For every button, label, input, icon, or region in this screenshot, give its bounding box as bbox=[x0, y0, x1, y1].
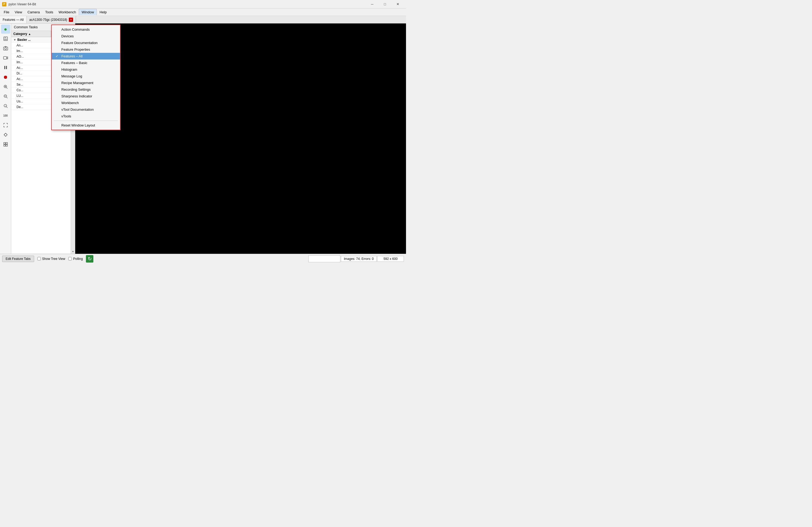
bottombar: Edit Feature Tabs Show Tree View Polling… bbox=[0, 254, 406, 264]
dd-features-all[interactable]: Features – All bbox=[52, 53, 120, 59]
image-area bbox=[75, 24, 406, 254]
maximize-button[interactable]: □ bbox=[379, 0, 391, 9]
tb-stop-btn[interactable]: ⏺ bbox=[1, 73, 10, 82]
svg-rect-5 bbox=[3, 57, 7, 59]
svg-rect-26 bbox=[4, 145, 5, 146]
dd-workbench[interactable]: Workbench bbox=[52, 100, 120, 106]
dd-action-commands[interactable]: Action Commands bbox=[52, 26, 120, 33]
tabbar: Features — All acA1300-75gc (23043318) ✕ bbox=[0, 16, 406, 24]
menu-workbench[interactable]: Workbench bbox=[56, 9, 79, 15]
tb-zoom-100-btn[interactable]: 100 bbox=[1, 111, 10, 120]
polling-label[interactable]: Polling bbox=[68, 257, 83, 261]
dd-feature-doc[interactable]: Feature Documentation bbox=[52, 40, 120, 46]
svg-rect-1 bbox=[4, 37, 6, 38]
tab-features-all[interactable]: Features — All bbox=[0, 16, 27, 23]
dd-histogram[interactable]: Histogram bbox=[52, 66, 120, 73]
svg-rect-27 bbox=[6, 145, 8, 146]
sort-icon: ▲ bbox=[28, 32, 31, 35]
dd-reset-layout[interactable]: Reset Window Layout bbox=[52, 122, 120, 129]
status-spacer bbox=[308, 255, 340, 262]
dd-vtools[interactable]: vTools bbox=[52, 113, 120, 119]
scroll-down-btn[interactable]: ▼ bbox=[71, 250, 75, 254]
dimensions-status: 592 x 600 bbox=[377, 256, 404, 262]
col-category-header: Category ▲ bbox=[11, 31, 51, 37]
svg-rect-8 bbox=[6, 66, 7, 69]
dd-vtool-doc[interactable]: vTool Documentation bbox=[52, 106, 120, 113]
titlebar-left: P pylon Viewer 64-Bit bbox=[2, 2, 36, 6]
left-toolbar: ● ⏺ + 100 bbox=[0, 24, 11, 254]
dd-message-log[interactable]: Message Log bbox=[52, 73, 120, 80]
tb-zoom-rect-btn[interactable]: + bbox=[1, 101, 10, 111]
dropdown-divider bbox=[54, 120, 118, 121]
window-controls: ─ □ ✕ bbox=[366, 0, 404, 9]
tb-crosshair-btn[interactable] bbox=[1, 130, 10, 139]
dd-feature-props[interactable]: Feature Properties bbox=[52, 46, 120, 53]
show-tree-checkbox[interactable] bbox=[37, 257, 41, 260]
expand-icon-basler: ▼ bbox=[13, 38, 16, 41]
menu-tools[interactable]: Tools bbox=[42, 9, 56, 15]
menu-camera[interactable]: Camera bbox=[25, 9, 42, 15]
svg-rect-2 bbox=[4, 39, 7, 40]
menu-file[interactable]: File bbox=[1, 9, 12, 15]
dd-recording-settings[interactable]: Recording Settings bbox=[52, 86, 120, 93]
tb-video-btn[interactable] bbox=[1, 53, 10, 62]
tab-camera[interactable]: acA1300-75gc (23043318) ✕ bbox=[27, 16, 76, 23]
svg-text:+: + bbox=[5, 105, 6, 107]
tb-pause-btn[interactable] bbox=[1, 63, 10, 72]
menu-window[interactable]: Window bbox=[79, 9, 97, 15]
tab-camera-label: acA1300-75gc (23043318) bbox=[29, 18, 67, 22]
dd-sharpness[interactable]: Sharpness Indicator bbox=[52, 93, 120, 100]
svg-line-14 bbox=[6, 97, 8, 98]
show-tree-view-label[interactable]: Show Tree View bbox=[37, 257, 66, 261]
close-button[interactable]: ✕ bbox=[392, 0, 404, 9]
tab-features-all-label: Features — All bbox=[3, 18, 24, 22]
tb-save-btn[interactable] bbox=[1, 34, 10, 43]
status-area: Images: 74; Errors: 0 592 x 600 bbox=[308, 255, 404, 262]
tb-grid-btn[interactable] bbox=[1, 140, 10, 149]
tab-camera-close[interactable]: ✕ bbox=[69, 18, 73, 22]
svg-rect-25 bbox=[6, 142, 8, 144]
titlebar: P pylon Viewer 64-Bit ─ □ ✕ bbox=[0, 0, 406, 9]
minimize-button[interactable]: ─ bbox=[366, 0, 378, 9]
images-status: Images: 74; Errors: 0 bbox=[341, 256, 377, 262]
tb-connect-btn[interactable]: ● bbox=[1, 25, 10, 34]
svg-line-10 bbox=[6, 87, 8, 89]
dd-recipe-mgmt[interactable]: Recipe Management bbox=[52, 80, 120, 86]
tb-zoom-in-btn[interactable] bbox=[1, 82, 10, 91]
edit-feature-tabs-button[interactable]: Edit Feature Tabs bbox=[2, 256, 34, 262]
svg-line-17 bbox=[6, 107, 8, 108]
refresh-button[interactable]: ↻ bbox=[86, 255, 93, 262]
menu-view[interactable]: View bbox=[12, 9, 25, 15]
menu-help[interactable]: Help bbox=[97, 9, 110, 15]
svg-marker-6 bbox=[7, 57, 8, 59]
polling-checkbox[interactable] bbox=[68, 257, 72, 260]
tb-fit-btn[interactable] bbox=[1, 120, 10, 130]
svg-point-4 bbox=[4, 48, 6, 49]
tb-photo-btn[interactable] bbox=[1, 44, 10, 53]
svg-rect-24 bbox=[4, 142, 5, 144]
window-dropdown-menu: Action Commands Devices Feature Document… bbox=[51, 25, 120, 130]
tb-zoom-out-btn[interactable] bbox=[1, 92, 10, 101]
app-title: pylon Viewer 64-Bit bbox=[9, 2, 36, 6]
menubar: File View Camera Tools Workbench Window … bbox=[0, 9, 406, 16]
svg-rect-7 bbox=[4, 66, 5, 69]
app-icon: P bbox=[2, 2, 6, 6]
dd-features-basic[interactable]: Features – Basic bbox=[52, 59, 120, 66]
dd-devices[interactable]: Devices bbox=[52, 33, 120, 40]
